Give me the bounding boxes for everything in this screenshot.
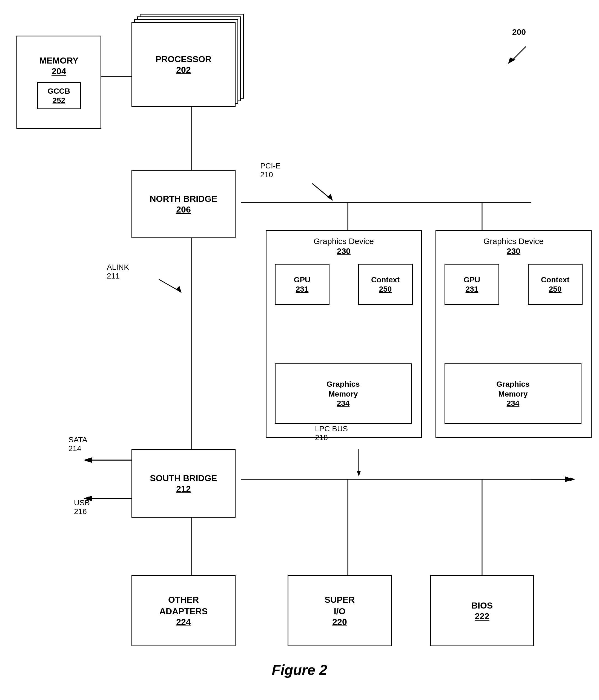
south-bridge-number: 212 [176,484,191,494]
gpu1-label: GPU [294,275,310,285]
gd2-number: 230 [507,247,520,255]
super-io-number: 220 [332,617,347,627]
svg-marker-26 [508,57,516,64]
svg-line-23 [159,279,178,290]
other-adapters-number: 224 [176,617,191,627]
context1-label: Context [371,275,400,285]
gm2-number: 234 [507,399,520,408]
gpu2-label: GPU [464,275,480,285]
south-bridge-label: SOUTH BRIDGE [150,473,217,484]
gpu2-box: GPU 231 [445,264,499,305]
sata-label: SATA 214 [69,435,88,453]
memory-box: MEMORY 204 GCCB 252 [17,35,101,129]
gd2-label: Graphics Device [483,236,544,246]
graphics-device-1-box: Graphics Device 230 GPU 231 Context 250 … [266,230,422,438]
svg-line-25 [512,47,526,60]
gccb-box: GCCB 252 [37,82,81,109]
gm1-number: 234 [337,399,350,408]
other-adapters-box: OTHERADAPTERS 224 [131,575,235,646]
north-bridge-label: NORTH BRIDGE [150,193,217,205]
graphics-memory-1-box: GraphicsMemory 234 [275,364,411,424]
figure-caption: Figure 2 [272,662,327,678]
north-bridge-number: 206 [176,205,191,215]
super-io-label: SUPERI/O [325,594,355,617]
diagram: 200 MEMORY 204 GCCB 252 PROCESSOR 202 NO… [0,0,599,700]
processor-number: 202 [176,65,191,75]
alink-label: ALINK 211 [107,263,129,280]
gm1-label: GraphicsMemory [326,379,359,399]
context2-box: Context 250 [528,264,582,305]
svg-marker-22 [327,194,333,201]
gccb-label: GCCB [48,86,70,96]
graphics-device-2-box: Graphics Device 230 GPU 231 Context 250 … [435,230,592,438]
bios-box: BIOS 222 [430,575,534,646]
svg-line-21 [312,183,329,197]
gccb-number: 252 [53,96,66,105]
gpu1-box: GPU 231 [275,264,329,305]
svg-marker-20 [570,477,575,481]
context2-number: 250 [549,285,562,294]
south-bridge-box: SOUTH BRIDGE 212 [131,449,235,518]
svg-marker-24 [176,286,181,293]
processor-label: PROCESSOR [155,54,211,65]
gpu2-number: 231 [466,285,478,294]
memory-label: MEMORY [40,55,79,67]
svg-marker-28 [357,471,361,477]
bios-label: BIOS [471,600,493,611]
gm2-label: GraphicsMemory [496,379,529,399]
other-adapters-label: OTHERADAPTERS [159,594,208,617]
gpu1-number: 231 [296,285,309,294]
gd1-label: Graphics Device [314,236,374,246]
usb-label: USB 216 [74,498,90,516]
pci-e-label: PCI-E 210 [260,161,281,179]
bios-number: 222 [475,611,489,621]
graphics-memory-2-box: GraphicsMemory 234 [445,364,581,424]
gd1-number: 230 [337,247,351,255]
context2-label: Context [541,275,569,285]
context1-number: 250 [379,285,392,294]
memory-number: 204 [51,66,66,76]
lpc-bus-label: LPC BUS 218 [315,424,348,442]
super-io-box: SUPERI/O 220 [288,575,392,646]
svg-marker-16 [83,458,89,462]
context1-box: Context 250 [358,264,413,305]
north-bridge-box: NORTH BRIDGE 206 [131,170,235,238]
processor-box: PROCESSOR 202 [131,22,235,107]
ref-200: 200 [512,27,526,37]
